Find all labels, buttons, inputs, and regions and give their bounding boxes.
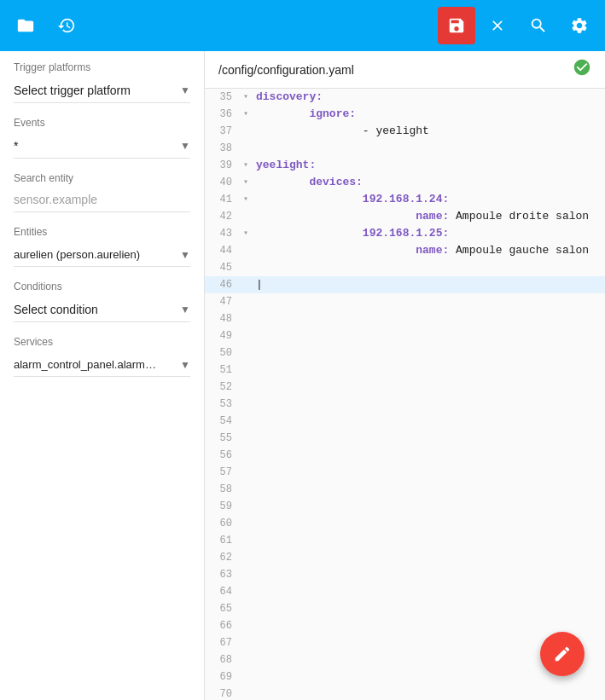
code-line-66: 66 (205, 617, 605, 634)
events-label: Events (14, 117, 190, 129)
code-line-62: 62 (205, 549, 605, 566)
code-line-48: 48 (205, 310, 605, 327)
code-line-41: 41▾ 192.168.1.24: (205, 191, 605, 208)
services-dropdown[interactable]: alarm_control_panel.alarm_... ▼ (14, 351, 190, 377)
line-number: 38 (205, 140, 239, 157)
line-content: 192.168.1.24: (253, 191, 449, 208)
line-number: 35 (205, 89, 239, 106)
line-number: 50 (205, 344, 239, 362)
line-number: 68 (205, 651, 239, 668)
line-number: 59 (205, 498, 239, 515)
code-line-38: 38 (205, 140, 605, 157)
line-number: 66 (205, 617, 239, 634)
code-line-57: 57 (205, 464, 605, 481)
file-header: /config/configuration.yaml (205, 51, 605, 89)
conditions-dropdown[interactable]: Select condition ▼ (14, 296, 190, 322)
code-line-50: 50 (205, 344, 605, 362)
line-number: 58 (205, 481, 239, 498)
entities-label: Entities (14, 226, 190, 238)
edit-fab[interactable] (540, 632, 585, 676)
line-content: name: Ampoule gauche salon (253, 242, 589, 259)
line-number: 52 (205, 379, 239, 396)
line-number: 42 (205, 208, 239, 225)
right-panel: /config/configuration.yaml 35▾discovery:… (205, 51, 605, 700)
line-number: 65 (205, 600, 239, 617)
code-line-42: 42 name: Ampoule droite salon (205, 208, 605, 225)
settings-icon[interactable] (561, 7, 598, 44)
save-button[interactable] (438, 7, 475, 44)
code-line-56: 56 (205, 447, 605, 464)
chevron-down-icon-5: ▼ (180, 359, 190, 371)
close-icon[interactable] (479, 7, 516, 44)
code-line-45: 45 (205, 259, 605, 276)
line-number: 49 (205, 327, 239, 344)
fold-toggle[interactable]: ▾ (239, 191, 253, 208)
line-number: 39 (205, 157, 239, 174)
code-line-52: 52 (205, 379, 605, 396)
folder-icon[interactable] (7, 7, 44, 44)
line-number: 40 (205, 174, 239, 191)
fold-toggle[interactable]: ▾ (239, 89, 253, 106)
search-icon[interactable] (520, 7, 557, 44)
code-line-69: 69 (205, 668, 605, 686)
line-number: 55 (205, 430, 239, 447)
fold-toggle[interactable]: ▾ (239, 225, 253, 242)
code-editor[interactable]: 35▾discovery:36▾ ignore:37 - yeelight383… (205, 89, 605, 700)
history-icon[interactable] (48, 7, 85, 44)
entities-value: aurelien (person.aurelien) (14, 248, 140, 261)
select-trigger-label: Select trigger platform (14, 84, 131, 97)
line-number: 53 (205, 396, 239, 413)
toolbar (0, 0, 605, 51)
line-number: 44 (205, 242, 239, 259)
line-number: 57 (205, 464, 239, 481)
line-number: 41 (205, 191, 239, 208)
fold-toggle[interactable]: ▾ (239, 106, 253, 123)
code-line-59: 59 (205, 498, 605, 515)
search-entity-label: Search entity (14, 172, 190, 184)
code-line-51: 51 (205, 362, 605, 379)
code-line-37: 37 - yeelight (205, 123, 605, 140)
code-line-55: 55 (205, 430, 605, 447)
left-panel: Trigger platforms Select trigger platfor… (0, 51, 205, 700)
line-number: 46 (205, 276, 239, 293)
code-line-54: 54 (205, 413, 605, 430)
line-number: 36 (205, 106, 239, 123)
line-number: 70 (205, 686, 239, 700)
select-trigger-dropdown[interactable]: Select trigger platform ▼ (14, 77, 190, 103)
code-line-46: 46 (205, 276, 605, 293)
line-content: devices: (253, 174, 363, 191)
file-path: /config/configuration.yaml (218, 63, 354, 77)
services-label: Services (14, 336, 190, 348)
entities-dropdown[interactable]: aurelien (person.aurelien) ▼ (14, 241, 190, 267)
line-number: 63 (205, 566, 239, 583)
code-line-44: 44 name: Ampoule gauche salon (205, 242, 605, 259)
line-content: ignore: (253, 106, 356, 123)
line-number: 43 (205, 225, 239, 242)
fold-toggle[interactable]: ▾ (239, 174, 253, 191)
code-line-63: 63 (205, 566, 605, 583)
line-content: 192.168.1.25: (253, 225, 449, 242)
code-line-61: 61 (205, 532, 605, 549)
line-content (253, 276, 263, 293)
line-number: 61 (205, 532, 239, 549)
events-dropdown[interactable]: * ▼ (14, 132, 190, 159)
line-content: yeelight: (253, 157, 316, 174)
conditions-label: Conditions (14, 281, 190, 292)
line-number: 45 (205, 259, 239, 276)
line-number: 60 (205, 515, 239, 532)
code-line-47: 47 (205, 293, 605, 310)
line-number: 67 (205, 634, 239, 651)
code-line-36: 36▾ ignore: (205, 106, 605, 123)
code-line-40: 40▾ devices: (205, 174, 605, 191)
search-entity-input[interactable] (14, 188, 190, 212)
code-line-60: 60 (205, 515, 605, 532)
trigger-platforms-label: Trigger platforms (14, 61, 190, 73)
line-number: 47 (205, 293, 239, 310)
chevron-down-icon-3: ▼ (180, 249, 190, 261)
line-number: 62 (205, 549, 239, 566)
code-line-53: 53 (205, 396, 605, 413)
events-value: * (14, 139, 18, 153)
fold-toggle[interactable]: ▾ (239, 157, 253, 174)
line-number: 37 (205, 123, 239, 140)
code-line-65: 65 (205, 600, 605, 617)
